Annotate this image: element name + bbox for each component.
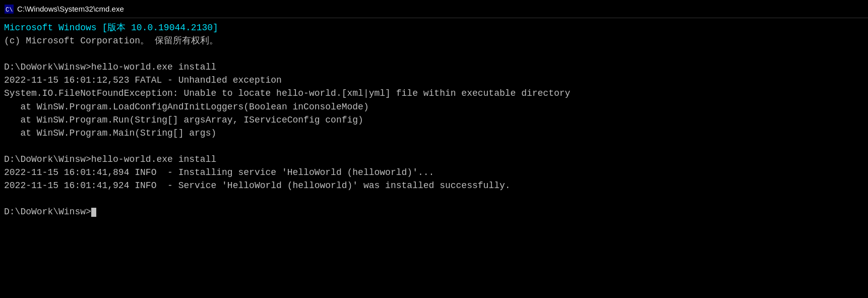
console-line: 2022-11-15 16:01:41,924 INFO - Service '… (4, 179, 864, 192)
console-line: (c) Microsoft Corporation。 保留所有权利。 (4, 34, 864, 47)
console-line (4, 192, 864, 205)
console-line: at WinSW.Program.Run(String[] argsArray,… (4, 113, 864, 127)
console-body: Microsoft Windows [版本 10.0.19044.2130](c… (0, 18, 868, 298)
console-line: System.IO.FileNotFoundException: Unable … (4, 87, 864, 100)
console-line (4, 140, 864, 153)
console-line: 2022-11-15 16:01:12,523 FATAL - Unhandle… (4, 74, 864, 87)
console-line: at WinSW.Program.Main(String[] args) (4, 127, 864, 140)
title-bar-text: C:\Windows\System32\cmd.exe (17, 5, 124, 13)
console-line: D:\DoWork\Winsw> (4, 205, 864, 218)
svg-text:C\: C\ (6, 7, 13, 14)
console-line: Microsoft Windows [版本 10.0.19044.2130] (4, 21, 864, 34)
console-line (4, 47, 864, 61)
title-bar: C\ C:\Windows\System32\cmd.exe (0, 0, 868, 18)
cursor (91, 208, 96, 217)
console-line: 2022-11-15 16:01:41,894 INFO - Installin… (4, 166, 864, 179)
console-line: at WinSW.Program.LoadConfigAndInitLogger… (4, 100, 864, 113)
console-line: D:\DoWork\Winsw>hello-world.exe install (4, 61, 864, 74)
console-line: D:\DoWork\Winsw>hello-world.exe install (4, 153, 864, 166)
cmd-icon: C\ (4, 4, 14, 14)
